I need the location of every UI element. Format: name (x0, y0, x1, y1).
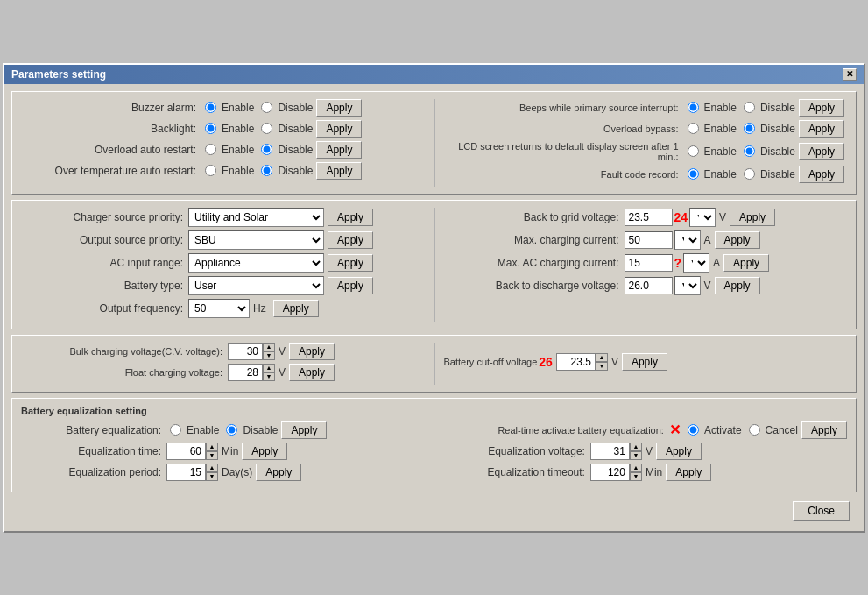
battery-cutoff-up[interactable]: ▲ (596, 353, 608, 362)
ac-input-apply-button[interactable]: Apply (328, 254, 373, 272)
bulk-voltage-input[interactable] (228, 343, 263, 360)
realtime-cancel-radio[interactable] (749, 424, 760, 436)
max-ac-charging-apply-button[interactable]: Apply (723, 254, 769, 272)
battery-type-select[interactable]: User AGM Flooded Lithium (188, 276, 324, 295)
max-charging-row: Max. charging current: ▼ A Apply (444, 230, 848, 250)
equalization-voltage-apply-button[interactable]: Apply (656, 443, 702, 460)
overload-bypass-enable-radio[interactable] (688, 123, 699, 134)
max-charging-input[interactable] (625, 231, 673, 249)
battery-cutoff-input[interactable] (556, 353, 596, 371)
battery-cutoff-down[interactable]: ▼ (596, 362, 608, 371)
equalization-voltage-label: Equalization voltage: (436, 445, 585, 457)
ac-input-select[interactable]: Appliance UPS (188, 253, 324, 273)
float-voltage-up[interactable]: ▲ (263, 364, 275, 372)
back-to-grid-apply-button[interactable]: Apply (730, 209, 775, 226)
overload-bypass-label: Overload bypass: (442, 124, 679, 134)
overload-restart-enable-radio[interactable] (205, 144, 216, 155)
charger-source-select[interactable]: Utility and Solar Solar First Solar and … (188, 208, 324, 227)
equalization-voltage-up[interactable]: ▲ (630, 443, 642, 451)
realtime-equalization-apply-button[interactable]: Apply (801, 421, 847, 439)
buzzer-alarm-apply-button[interactable]: Apply (316, 99, 362, 117)
backlight-enable-radio[interactable] (205, 123, 216, 134)
equalization-timeout-unit: Min (646, 466, 662, 478)
bulk-voltage-down[interactable]: ▼ (263, 351, 275, 360)
output-freq-select[interactable]: 50 60 (188, 299, 250, 318)
lcd-return-enable-radio[interactable] (688, 145, 699, 157)
backlight-disable-radio[interactable] (261, 123, 272, 134)
back-to-discharge-apply-button[interactable]: Apply (715, 277, 760, 294)
realtime-activate-x-icon: ✕ (669, 421, 681, 438)
bulk-voltage-apply-button[interactable]: Apply (289, 343, 335, 360)
equalization-timeout-up[interactable]: ▲ (630, 464, 642, 472)
equalization-timeout-input[interactable] (590, 464, 630, 481)
over-temp-apply-button[interactable]: Apply (316, 162, 362, 180)
over-temp-enable-radio[interactable] (205, 165, 216, 176)
battery-equalization-apply-button[interactable]: Apply (281, 421, 327, 439)
equalization-time-input[interactable] (166, 443, 206, 460)
lcd-return-disable-radio[interactable] (744, 145, 755, 157)
output-source-apply-button[interactable]: Apply (328, 231, 373, 249)
equalization-time-apply-button[interactable]: Apply (242, 443, 287, 460)
buzzer-alarm-disable-radio[interactable] (261, 102, 272, 113)
equalization-time-up[interactable]: ▲ (206, 443, 218, 451)
max-charging-apply-button[interactable]: Apply (715, 231, 760, 249)
back-to-discharge-select[interactable]: ▼ (674, 276, 701, 295)
output-freq-row: Output frequency: 50 60 Hz Apply (21, 299, 434, 318)
priority-settings-section: Charger source priority: Utility and Sol… (11, 200, 857, 329)
overload-bypass-apply-button[interactable]: Apply (799, 120, 844, 138)
battery-type-apply-button[interactable]: Apply (328, 277, 373, 294)
overload-restart-disable-radio[interactable] (261, 144, 272, 155)
realtime-activate-radio[interactable] (688, 424, 699, 436)
overload-restart-row: Overload auto restart: Enable Disable Ap… (21, 141, 434, 159)
equalization-period-input[interactable] (166, 464, 206, 481)
output-source-select[interactable]: SBU Utility Solar (188, 230, 324, 250)
equalization-period-down[interactable]: ▼ (206, 472, 218, 481)
lcd-return-apply-button[interactable]: Apply (799, 143, 844, 160)
overload-restart-apply-button[interactable]: Apply (316, 141, 362, 159)
battery-equalization-disable-radio[interactable] (226, 424, 237, 436)
float-voltage-input[interactable] (228, 364, 263, 381)
beeps-primary-apply-button[interactable]: Apply (799, 99, 844, 117)
max-charging-select[interactable]: ▼ (674, 230, 701, 250)
battery-equalization-label: Battery equalization: (21, 424, 161, 436)
battery-equalization-enable-radio[interactable] (170, 424, 181, 436)
equalization-timeout-row: Equalization timeout: ▲ ▼ Min Apply (436, 464, 847, 481)
beeps-primary-disable-radio[interactable] (744, 102, 755, 113)
back-to-discharge-input[interactable] (625, 277, 673, 294)
ac-input-label: AC input range: (21, 257, 183, 269)
equalization-voltage-down[interactable]: ▼ (630, 451, 642, 460)
battery-cutoff-spinners: ▲ ▼ (596, 353, 608, 371)
back-to-grid-input[interactable] (625, 209, 673, 226)
equalization-period-up[interactable]: ▲ (206, 464, 218, 472)
equalization-timeout-down[interactable]: ▼ (630, 472, 642, 481)
battery-cutoff-apply-button[interactable]: Apply (622, 353, 667, 371)
float-voltage-down[interactable]: ▼ (263, 372, 275, 381)
equalization-timeout-spinners: ▲ ▼ (630, 464, 642, 481)
bulk-voltage-up[interactable]: ▲ (263, 343, 275, 351)
backlight-apply-button[interactable]: Apply (316, 120, 362, 138)
close-button[interactable]: Close (793, 501, 850, 521)
float-voltage-apply-button[interactable]: Apply (289, 364, 335, 381)
equalization-voltage-input[interactable] (590, 443, 630, 460)
overload-bypass-disable-radio[interactable] (744, 123, 755, 134)
fault-code-apply-button[interactable]: Apply (799, 166, 844, 183)
buzzer-alarm-disable-label: Disable (278, 102, 313, 114)
equalization-period-apply-button[interactable]: Apply (256, 464, 301, 481)
max-charging-label: Max. charging current: (444, 234, 619, 246)
fault-code-disable-radio[interactable] (744, 168, 755, 180)
equalization-timeout-apply-button[interactable]: Apply (666, 464, 711, 481)
window-close-button[interactable]: ✕ (843, 68, 857, 81)
equalization-time-down[interactable]: ▼ (206, 451, 218, 460)
max-ac-charging-input[interactable] (625, 254, 673, 272)
beeps-primary-enable-radio[interactable] (688, 102, 699, 113)
output-freq-label: Output frequency: (21, 302, 183, 315)
max-ac-charging-select[interactable]: ▼ (683, 253, 709, 273)
output-freq-apply-button[interactable]: Apply (273, 300, 319, 317)
back-to-grid-select[interactable]: ▼ (689, 208, 716, 227)
beeps-primary-enable-label: Enable (704, 102, 737, 114)
charger-source-apply-button[interactable]: Apply (328, 209, 373, 226)
fault-code-enable-radio[interactable] (688, 168, 699, 180)
over-temp-disable-radio[interactable] (261, 165, 272, 176)
equalization-voltage-row: Equalization voltage: ▲ ▼ V Apply (436, 443, 847, 460)
buzzer-alarm-enable-radio[interactable] (205, 102, 216, 113)
